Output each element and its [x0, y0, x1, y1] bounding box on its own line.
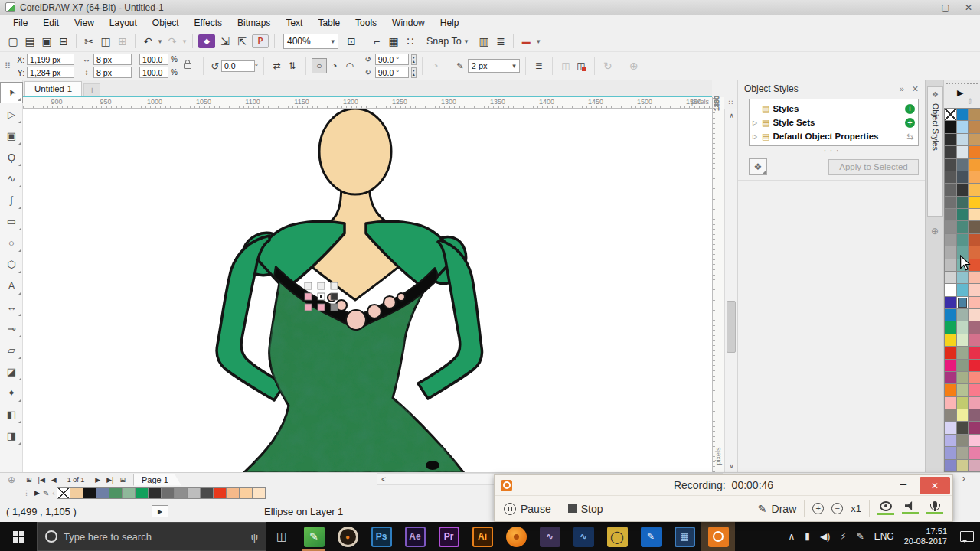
palette-swatch[interactable]: [969, 447, 980, 458]
eyedropper-tool[interactable]: ✦: [0, 382, 23, 403]
lock-ratio-icon[interactable]: [184, 63, 191, 69]
arc-end-stepper[interactable]: ▾▴: [411, 67, 416, 78]
palette-swatch[interactable]: [969, 159, 980, 171]
palette-swatch[interactable]: [945, 109, 956, 120]
palette-swatch[interactable]: [957, 435, 969, 446]
open-document[interactable]: ▤: [21, 33, 38, 50]
screen-recorder[interactable]: [701, 522, 735, 551]
battery-icon[interactable]: ▮: [805, 531, 810, 542]
palette-swatch[interactable]: [957, 297, 969, 308]
palette-swatch[interactable]: [945, 360, 956, 371]
expander-icon[interactable]: ▷: [753, 133, 759, 140]
object-height-field[interactable]: 8 px: [93, 67, 132, 78]
close-button[interactable]: ✕: [957, 2, 980, 13]
menu-item[interactable]: Bitmaps: [230, 16, 277, 30]
menu-item[interactable]: Edit: [36, 16, 66, 30]
document-palette-swatch[interactable]: [161, 487, 175, 499]
palette-swatch[interactable]: [945, 121, 956, 132]
collapse-icon[interactable]: ‹: [52, 489, 54, 497]
wrap-text-button[interactable]: ≣: [531, 58, 547, 73]
palette-swatch[interactable]: [957, 397, 969, 409]
fill-tool[interactable]: ◧: [0, 403, 23, 425]
object-width-field[interactable]: 8 px: [93, 54, 132, 65]
palette-swatch[interactable]: [969, 209, 980, 220]
palette-swatch[interactable]: [969, 309, 980, 321]
premiere-pro[interactable]: Pr: [432, 522, 466, 551]
document-palette-swatch[interactable]: [200, 487, 214, 499]
palette-swatch[interactable]: [969, 422, 980, 433]
menu-item[interactable]: Text: [279, 16, 309, 30]
expander-icon[interactable]: ▷: [753, 119, 759, 126]
palette-swatch[interactable]: [957, 209, 969, 220]
palette-flyout-icon[interactable]: ▶: [34, 489, 40, 497]
previous-page-icon[interactable]: ◀: [51, 476, 57, 484]
arc-start-field[interactable]: 90.0 °: [375, 54, 409, 65]
mirror-vertical-button[interactable]: ⇅: [285, 58, 300, 73]
stop-button[interactable]: Stop: [568, 503, 603, 515]
palette-swatch[interactable]: [945, 184, 956, 195]
palette-swatch[interactable]: [957, 184, 969, 195]
start-button[interactable]: [0, 522, 37, 551]
palette-swatch[interactable]: [945, 272, 956, 283]
palette-swatch[interactable]: [969, 435, 980, 446]
docker-tab-object-styles[interactable]: ❖ Object Styles: [927, 86, 943, 217]
outline-width-select[interactable]: 2 px ▾: [468, 59, 520, 73]
fl-studio[interactable]: [499, 522, 533, 551]
y-position-field[interactable]: 1,284 px: [27, 67, 74, 78]
scroll-down-icon[interactable]: ∨: [725, 460, 738, 472]
export[interactable]: ⇱: [234, 33, 250, 50]
document-tab[interactable]: Untitled-1: [24, 81, 82, 96]
palette-swatch[interactable]: [957, 134, 969, 145]
palette-swatch[interactable]: [957, 171, 969, 183]
selection-handles[interactable]: [305, 282, 338, 311]
document-palette-swatch[interactable]: [213, 487, 227, 499]
ellipse-mode-button[interactable]: ○: [312, 58, 327, 73]
palette-swatch[interactable]: [969, 171, 980, 183]
rotation-angle-field[interactable]: 0.0: [221, 60, 255, 72]
item-action-icon[interactable]: [905, 132, 915, 142]
palette-swatch[interactable]: [957, 221, 969, 233]
page-tab[interactable]: Page 1: [133, 474, 181, 486]
add-docker-icon[interactable]: ⊕: [926, 226, 944, 236]
full-screen-preview[interactable]: ⊡: [343, 33, 360, 50]
palette-swatch[interactable]: [957, 234, 969, 246]
palette-swatch[interactable]: [945, 372, 956, 383]
document-palette-swatch[interactable]: [187, 487, 201, 499]
paste[interactable]: ⊞: [114, 33, 131, 50]
palette-swatch[interactable]: [969, 146, 980, 158]
taskbar-clock[interactable]: 17:51 20-08-2017: [904, 527, 947, 546]
next-page-icon[interactable]: ▶: [95, 476, 100, 484]
publish-to-pdf[interactable]: P: [252, 34, 269, 48]
palette-swatch[interactable]: [945, 309, 956, 321]
document-palette-swatch[interactable]: [148, 487, 162, 499]
palette-swatch[interactable]: [957, 372, 969, 383]
scale-y-field[interactable]: 100.0: [139, 67, 168, 78]
notification-center-icon[interactable]: [960, 531, 974, 542]
add-node-button[interactable]: ⊕: [626, 58, 642, 73]
scroll-up-icon[interactable]: ∧: [725, 109, 738, 122]
palette-swatch[interactable]: [969, 334, 980, 346]
document-palette-swatch[interactable]: [252, 487, 266, 499]
video-app[interactable]: ▦: [668, 522, 701, 551]
menu-item[interactable]: File: [6, 16, 34, 30]
palette-swatch[interactable]: [945, 134, 956, 145]
crop-tool[interactable]: ▣: [0, 125, 23, 146]
to-back-button[interactable]: ◫: [573, 58, 589, 73]
palette-swatch[interactable]: [945, 159, 956, 171]
webcam-toggle[interactable]: [877, 501, 894, 517]
quick-customize[interactable]: ▬: [518, 33, 534, 50]
snap-to-dropdown[interactable]: Snap To ▾: [426, 36, 468, 47]
status-flyout-icon[interactable]: ▶: [152, 505, 168, 517]
palette-swatch[interactable]: [969, 197, 980, 208]
canvas[interactable]: [23, 109, 712, 472]
show-guidelines[interactable]: ∷: [402, 33, 419, 50]
drop-shadow-tool[interactable]: ▱: [0, 339, 23, 360]
palette-swatch[interactable]: [957, 197, 969, 208]
microphone-toggle[interactable]: [926, 501, 943, 516]
palette-swatch[interactable]: [945, 384, 956, 396]
undo-caret[interactable]: ▾: [156, 33, 164, 50]
restore-button[interactable]: ▢: [934, 2, 957, 13]
pen-icon[interactable]: ✎: [857, 531, 864, 542]
palette-swatch[interactable]: [945, 197, 956, 208]
palette-swatch[interactable]: [945, 397, 956, 409]
